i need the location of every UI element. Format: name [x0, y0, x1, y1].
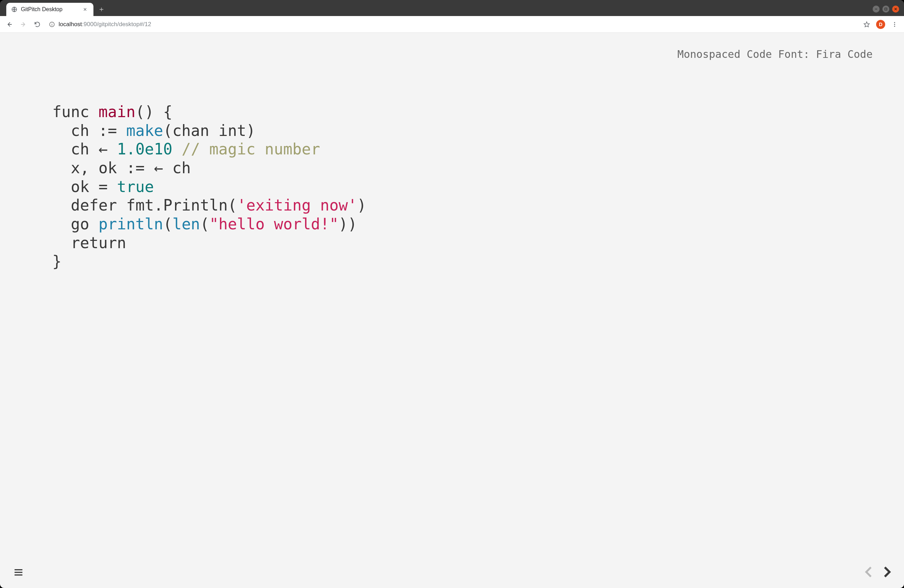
code-token: len: [172, 215, 200, 233]
slide-nav: [862, 564, 893, 580]
code-token: true: [117, 178, 154, 196]
code-token: make: [126, 122, 163, 139]
code-token: return: [52, 234, 126, 252]
svg-rect-2: [885, 8, 887, 10]
code-token: ch :=: [52, 122, 126, 139]
code-block: func main() { ch := make(chan int) ch ← …: [52, 103, 367, 271]
code-token: // magic number: [182, 140, 320, 158]
slide-heading: Monospaced Code Font: Fira Code: [677, 48, 872, 60]
svg-point-8: [894, 25, 895, 27]
code-token: defer fmt.Println(: [52, 196, 237, 214]
code-token: ch ←: [52, 140, 117, 158]
browser-menu-button[interactable]: [889, 19, 901, 30]
back-button[interactable]: [3, 19, 15, 30]
code-token: () {: [135, 103, 172, 120]
code-token: 1.0e10: [117, 140, 172, 158]
code-token: println: [98, 215, 163, 233]
code-token: main: [98, 103, 135, 120]
tab-title: GitPitch Desktop: [21, 6, 78, 13]
new-tab-button[interactable]: [96, 4, 107, 15]
svg-point-6: [894, 22, 895, 23]
forward-button[interactable]: [17, 19, 29, 30]
address-bar[interactable]: localhost:9000/gitpitch/desktop#/12: [45, 19, 859, 30]
code-token: (: [200, 215, 210, 233]
site-info-icon[interactable]: [49, 21, 55, 27]
close-tab-icon[interactable]: [82, 6, 89, 12]
code-token: 'exiting now': [237, 196, 357, 214]
code-token: (: [163, 215, 172, 233]
svg-point-5: [52, 23, 52, 23]
url-path: :9000/gitpitch/desktop#/12: [82, 21, 151, 27]
browser-toolbar: localhost:9000/gitpitch/desktop#/12 D: [0, 16, 904, 33]
svg-point-7: [894, 24, 895, 25]
code-token: "hello world!": [209, 215, 338, 233]
code-token: )): [338, 215, 357, 233]
url-text: localhost:9000/gitpitch/desktop#/12: [58, 21, 151, 28]
window-maximize-button[interactable]: [882, 6, 889, 13]
titlebar: GitPitch Desktop: [0, 0, 904, 16]
url-host: localhost: [58, 21, 82, 27]
prev-slide-button[interactable]: [862, 564, 876, 580]
next-slide-button[interactable]: [880, 564, 893, 580]
browser-tab[interactable]: GitPitch Desktop: [6, 3, 93, 16]
slide-menu-button[interactable]: [13, 567, 24, 577]
avatar: D: [876, 20, 885, 29]
code-token: }: [52, 252, 62, 270]
bookmark-button[interactable]: [861, 19, 872, 30]
window-minimize-button[interactable]: [872, 6, 880, 13]
code-token: x, ok := ← ch: [52, 159, 191, 177]
avatar-initial: D: [879, 22, 882, 27]
code-token: (chan int): [163, 122, 256, 139]
profile-button[interactable]: D: [875, 19, 887, 30]
slide-viewport: Monospaced Code Font: Fira Code func mai…: [0, 33, 904, 588]
code-token: ): [357, 196, 367, 214]
browser-window: GitPitch Desktop: [0, 0, 904, 588]
globe-icon: [11, 6, 17, 13]
code-token: [172, 140, 182, 158]
window-controls: [872, 6, 899, 16]
code-token: go: [52, 215, 98, 233]
window-close-button[interactable]: [892, 6, 899, 13]
code-token: ok =: [52, 178, 117, 196]
reload-button[interactable]: [32, 19, 43, 30]
code-token: func: [52, 103, 98, 120]
